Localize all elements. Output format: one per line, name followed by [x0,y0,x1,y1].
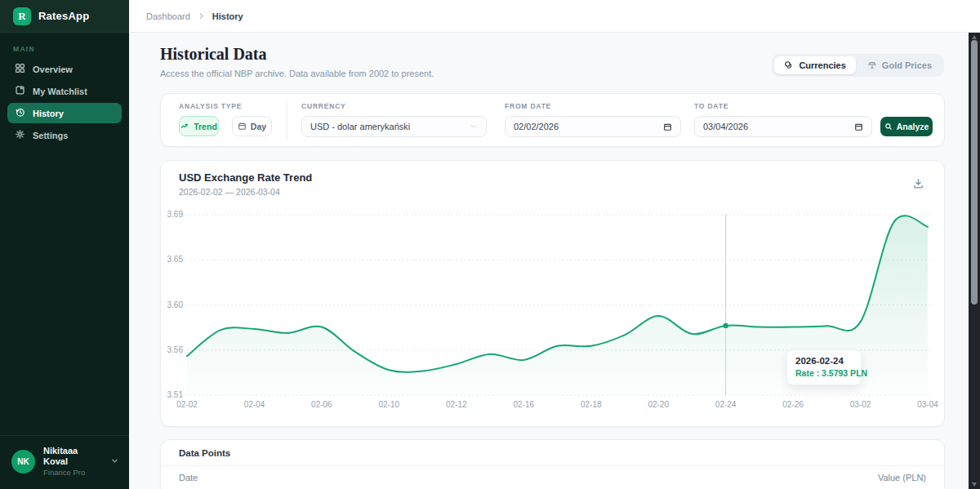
y-tick-label: 3.65 [167,255,184,264]
x-tick-label: 02-12 [446,400,467,409]
scrollbar-track[interactable] [969,33,980,489]
calendar-icon [238,122,247,131]
user-menu[interactable]: NK Nikitaaa Koval Finance Pro [0,435,129,489]
user-role: Finance Pro [43,468,102,478]
sidebar: R RatesApp MAIN Overview My Watchlist Hi… [0,0,129,489]
y-tick-label: 3.60 [167,300,184,309]
from-date-input[interactable]: 02/02/2026 [505,116,681,137]
app-logo[interactable]: R RatesApp [0,0,129,33]
analysis-trend-button[interactable]: Trend [179,116,219,136]
page-subtitle: Access the official NBP archive. Data av… [160,69,434,78]
calendar-icon [854,122,863,131]
from-date-label: FROM DATE [505,102,551,110]
x-tick-label: 02-10 [379,400,400,409]
to-date-label: TO DATE [694,102,728,110]
toggle-currencies[interactable]: Currencies [774,56,855,74]
data-points-card: Data Points Date Value (PLN) [160,439,945,489]
column-value: Value (PLN) [878,473,926,482]
analysis-type-label: ANALYSIS TYPE [179,102,242,110]
sidebar-item-settings[interactable]: Settings [7,125,122,145]
x-tick-label: 02-02 [176,400,198,409]
sidebar-item-label: History [33,109,64,118]
analyze-label: Analyze [897,122,929,131]
x-tick-label: 03-02 [850,400,871,409]
calendar-icon [663,122,672,131]
x-tick-label: 03-04 [917,400,938,409]
chart-tooltip: 2026-02-24 Rate : 3.5793 PLN [786,349,862,385]
chevron-down-icon [110,454,119,469]
app-name: RatesApp [38,10,89,22]
y-tick-label: 3.51 [167,390,184,399]
sidebar-item-label: Settings [33,131,68,140]
table-header-row: Date Value (PLN) [161,466,944,489]
chevron-down-icon [470,122,478,131]
x-tick-label: 02-16 [513,400,534,409]
view-toggle: Currencies Gold Prices [772,54,944,77]
x-tick-label: 02-26 [782,400,804,409]
analyze-button[interactable]: Analyze [880,117,933,136]
gear-icon [15,129,25,141]
chevron-right-icon [198,12,205,20]
to-date-input[interactable]: 03/04/2026 [694,116,872,137]
sidebar-item-watchlist[interactable]: My Watchlist [7,81,122,101]
currency-value: USD - dolar amerykański [310,122,470,131]
breadcrumb-dashboard[interactable]: Dashboard [146,11,190,21]
x-tick-label: 02-06 [311,400,332,409]
history-icon [15,107,25,119]
scale-icon [867,60,877,70]
main-content: Historical Data Access the official NBP … [129,33,980,489]
sidebar-item-label: My Watchlist [33,87,87,96]
avatar: NK [11,450,35,473]
to-date-value: 03/04/2026 [703,122,854,131]
sidebar-item-overview[interactable]: Overview [7,59,122,79]
column-date: Date [179,473,198,482]
toggle-gold-prices[interactable]: Gold Prices [858,56,942,74]
chip-label: Trend [194,122,217,131]
x-tick-label: 02-04 [244,400,265,409]
analysis-day-button[interactable]: Day [232,116,272,136]
toggle-label: Gold Prices [882,60,932,70]
trend-up-icon [180,122,189,131]
page-title: Historical Data [160,45,267,64]
chip-label: Day [251,122,266,131]
from-date-value: 02/02/2026 [514,122,663,131]
watchlist-icon [15,85,25,97]
tooltip-rate: Rate : 3.5793 PLN [795,368,853,378]
scroll-down-arrow[interactable] [972,482,977,487]
breadcrumb-current: History [212,11,243,21]
search-icon [884,122,893,131]
y-tick-label: 3.69 [167,210,184,219]
x-tick-label: 02-20 [648,400,669,409]
chart-card: USD Exchange Rate Trend 2026-02-02 — 202… [160,160,945,427]
topbar: Dashboard History [129,0,980,33]
y-tick-label: 3.56 [167,345,184,354]
sidebar-item-label: Overview [33,64,73,74]
divider [287,102,287,140]
sidebar-section-label: MAIN [13,45,129,53]
grid-icon [15,63,25,75]
currency-select[interactable]: USD - dolar amerykański [301,116,487,137]
logo-icon: R [13,7,31,25]
tooltip-date: 2026-02-24 [795,356,853,366]
currency-label: CURRENCY [301,102,346,110]
app-window: R RatesApp MAIN Overview My Watchlist Hi… [0,0,980,489]
toggle-label: Currencies [799,60,845,70]
sidebar-item-history[interactable]: History [7,103,122,123]
filter-bar: ANALYSIS TYPE Trend Day CURRENCY USD - d… [160,93,945,147]
scroll-up-arrow[interactable] [972,35,977,39]
table-title: Data Points [161,440,944,466]
user-name: Nikitaaa Koval [43,446,102,469]
active-point-dot [723,323,728,328]
coins-icon [784,60,794,70]
x-tick-label: 02-18 [581,400,602,409]
x-tick-label: 02-24 [715,400,737,409]
scrollbar-thumb[interactable] [971,40,978,305]
